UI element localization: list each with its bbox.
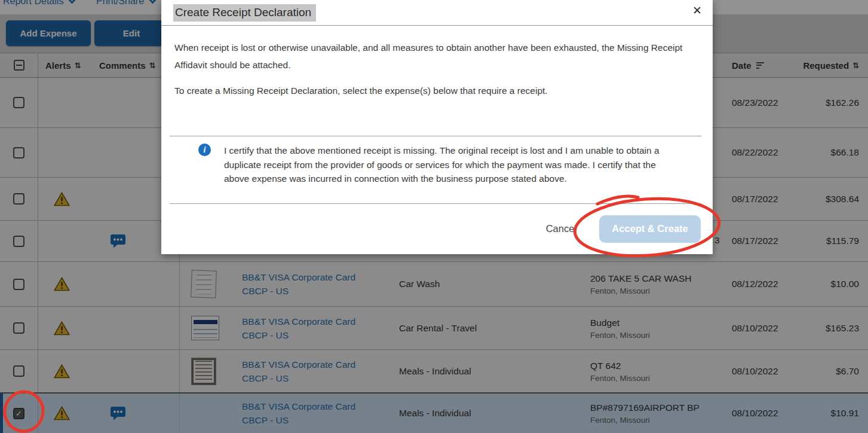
accept-create-button[interactable]: Accept & Create bbox=[599, 215, 701, 243]
cancel-button[interactable]: Cancel bbox=[546, 223, 576, 234]
screen: Report Details Print/Share Add Expense E… bbox=[0, 0, 868, 433]
dialog-paragraph-1: When receipt is lost or otherwise unavai… bbox=[174, 39, 694, 74]
close-icon[interactable]: ✕ bbox=[692, 5, 702, 16]
certification-text: I certify that the above mentioned recei… bbox=[224, 144, 681, 186]
info-icon: i bbox=[198, 144, 211, 156]
dialog-body: When receipt is lost or otherwise unavai… bbox=[161, 26, 713, 99]
dialog-paragraph-2: To create a Missing Receipt Declaration,… bbox=[174, 82, 694, 99]
dialog-footer: Cancel Accept & Create bbox=[161, 203, 701, 254]
dialog-title: Create Receipt Declaration bbox=[173, 4, 316, 22]
create-receipt-declaration-dialog: Create Receipt Declaration ✕ When receip… bbox=[161, 0, 713, 254]
dialog-header: Create Receipt Declaration ✕ bbox=[161, 0, 713, 26]
divider bbox=[170, 136, 701, 136]
